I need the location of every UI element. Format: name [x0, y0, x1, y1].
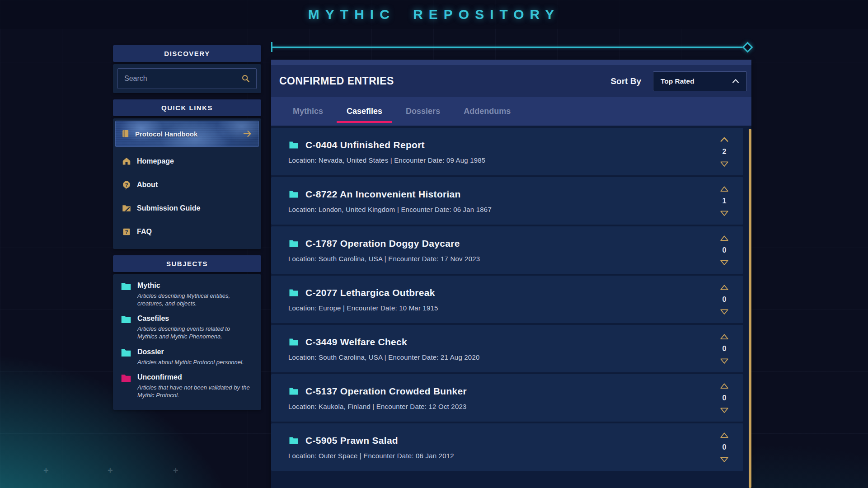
folder-icon [288, 238, 299, 249]
entry-row[interactable]: C-0404 Unfinished Report Location: Nevad… [271, 128, 743, 175]
subjects-panel: Mythic Articles describing Mythical enti… [113, 274, 261, 410]
main-content: CONFIRMED ENTRIES Sort By Top Rated Myth… [271, 42, 751, 488]
question-circle-icon: ? [122, 180, 131, 190]
board-title: CONFIRMED ENTRIES [279, 75, 394, 87]
subject-label: Mythic [137, 281, 251, 290]
sidebar-item-about[interactable]: ? About [115, 173, 259, 197]
upvote-button[interactable] [718, 380, 731, 392]
downvote-button[interactable] [718, 207, 731, 219]
tab-casefiles[interactable]: Casefiles [335, 97, 394, 126]
entry-row[interactable]: C-2077 Lethargica Outbreak Location: Eur… [271, 276, 743, 323]
sidebar-item-faq[interactable]: ? FAQ [115, 220, 259, 244]
slider-track [272, 47, 743, 48]
upvote-button[interactable] [718, 429, 731, 441]
quick-links-list: Homepage ? About [115, 147, 259, 244]
timeline-slider [271, 42, 751, 52]
sidebar: DISCOVERY QUICK LINKS Protocol Handbook [113, 45, 261, 410]
entry-row[interactable]: C-3449 Welfare Check Location: South Car… [271, 325, 743, 372]
vote-count: 1 [723, 197, 727, 205]
subject-label: Dossier [137, 347, 244, 356]
vote-count: 0 [723, 443, 727, 451]
entries-board: CONFIRMED ENTRIES Sort By Top Rated Myth… [271, 60, 751, 488]
entry-meta: Location: Outer Space | Encounter Date: … [271, 446, 743, 460]
downvote-button[interactable] [718, 355, 731, 367]
quick-link-label: FAQ [137, 228, 152, 236]
tab-dossiers[interactable]: Dossiers [394, 97, 452, 126]
vote-widget: 0 [714, 325, 734, 372]
grid-cross-decoration: + [108, 465, 113, 476]
sort-dropdown[interactable]: Top Rated [653, 71, 747, 91]
chevron-up-icon [731, 77, 740, 86]
board-header: CONFIRMED ENTRIES Sort By Top Rated [271, 60, 751, 97]
subject-item-unconfirmed[interactable]: Unconfirmed Articles that have not been … [120, 372, 254, 399]
slider-diamond-handle[interactable] [742, 42, 753, 52]
subject-description: Articles describing events related to My… [137, 325, 251, 340]
vote-widget: 0 [714, 374, 734, 422]
home-icon [122, 156, 131, 166]
vote-count: 0 [723, 345, 727, 353]
subject-description: Articles describing Mythical entities, c… [137, 292, 251, 307]
entry-meta: Location: South Carolina, USA | Encounte… [271, 249, 743, 263]
downvote-button[interactable] [718, 454, 731, 465]
vote-count: 0 [723, 296, 727, 304]
svg-text:?: ? [125, 182, 128, 188]
downvote-button[interactable] [718, 257, 731, 268]
folder-pen-icon [122, 203, 131, 213]
vote-widget: 0 [714, 226, 734, 274]
magnifier-icon[interactable] [241, 74, 251, 84]
upvote-button[interactable] [718, 232, 731, 244]
quick-links-panel: Protocol Handbook Homepage [113, 118, 261, 249]
upvote-button[interactable] [718, 331, 731, 343]
vote-count: 0 [723, 394, 727, 402]
entries-list: C-0404 Unfinished Report Location: Nevad… [271, 126, 751, 488]
subject-description: Articles about Mythic Protocol personnel… [137, 358, 244, 366]
entry-title: C-3449 Welfare Check [305, 337, 407, 347]
subject-item-dossier[interactable]: Dossier Articles about Mythic Protocol p… [120, 347, 254, 366]
entry-meta: Location: Kaukola, Finland | Encounter D… [271, 397, 743, 410]
subject-item-mythic[interactable]: Mythic Articles describing Mythical enti… [120, 281, 254, 307]
vote-widget: 0 [714, 423, 734, 471]
subjects-header: SUBJECTS [113, 255, 261, 272]
upvote-button[interactable] [718, 134, 731, 145]
discovery-header: DISCOVERY [113, 45, 261, 62]
upvote-button[interactable] [718, 282, 731, 293]
folder-icon [288, 287, 299, 298]
vote-widget: 0 [714, 276, 734, 323]
vertical-scrollbar[interactable] [749, 129, 751, 488]
quick-link-label: Homepage [137, 157, 174, 165]
quick-links-header: QUICK LINKS [113, 99, 261, 116]
downvote-button[interactable] [718, 404, 731, 416]
vote-widget: 2 [714, 128, 734, 175]
quick-link-label: Submission Guide [137, 204, 200, 212]
upvote-button[interactable] [718, 183, 731, 195]
folder-icon [120, 347, 132, 359]
entry-row[interactable]: C-5905 Prawn Salad Location: Outer Space… [271, 423, 743, 471]
downvote-button[interactable] [718, 306, 731, 318]
sort-dropdown-value: Top Rated [661, 77, 731, 85]
entry-row[interactable]: C-8722 An Inconvenient Historian Locatio… [271, 177, 743, 225]
grid-cross-decoration: + [173, 465, 178, 476]
subject-label: Casefiles [137, 314, 251, 323]
entry-row[interactable]: C-5137 Operation Crowded Bunker Location… [271, 374, 743, 422]
subject-description: Articles that have not been validated by… [137, 384, 251, 399]
vote-count: 2 [723, 148, 727, 156]
downvote-button[interactable] [718, 158, 731, 170]
folder-icon [120, 314, 132, 325]
vote-widget: 1 [714, 177, 734, 225]
tab-addendums[interactable]: Addendums [452, 97, 522, 126]
folder-icon [120, 372, 132, 384]
protocol-handbook-link[interactable]: Protocol Handbook [115, 121, 259, 147]
folder-icon [288, 337, 299, 347]
subject-item-casefiles[interactable]: Casefiles Articles describing events rel… [120, 314, 254, 340]
sidebar-item-submission-guide[interactable]: Submission Guide [115, 197, 259, 220]
sort-group: Sort By Top Rated [610, 71, 747, 91]
tab-mythics[interactable]: Mythics [281, 97, 335, 126]
protocol-handbook-label: Protocol Handbook [135, 130, 243, 138]
search-input[interactable] [124, 75, 241, 83]
sidebar-item-homepage[interactable]: Homepage [115, 150, 259, 173]
entry-title: C-1787 Operation Doggy Daycare [305, 238, 460, 249]
entry-title: C-5905 Prawn Salad [305, 435, 398, 446]
entry-row[interactable]: C-1787 Operation Doggy Daycare Location:… [271, 226, 743, 274]
entry-title: C-0404 Unfinished Report [305, 140, 425, 150]
search-box [117, 68, 257, 89]
